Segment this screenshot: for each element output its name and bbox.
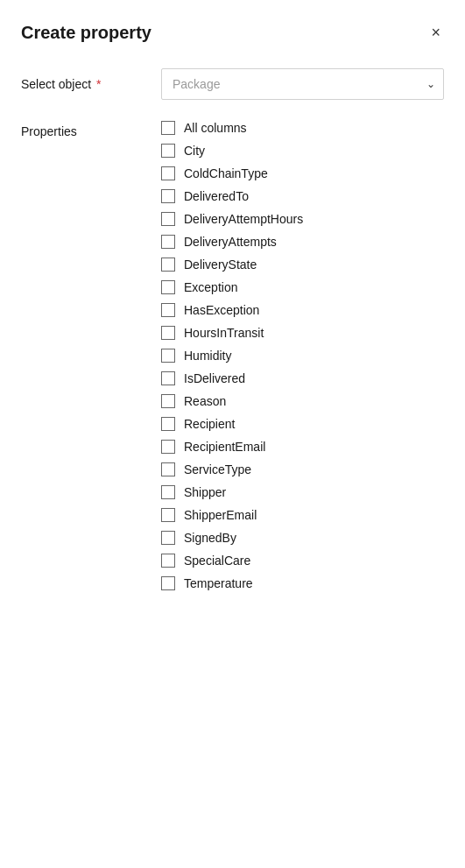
exception-label[interactable]: Exception [184,280,237,294]
sub-checkboxes: CityColdChainTypeDeliveredToDeliveryAtte… [161,142,444,592]
deliveredto-label[interactable]: DeliveredTo [184,189,249,203]
city-checkbox[interactable] [161,144,175,158]
coldchaintype-label[interactable]: ColdChainType [184,166,268,180]
all-columns-row: All columns [161,121,444,135]
hasexception-label[interactable]: HasException [184,303,259,317]
deliveryattempthours-checkbox[interactable] [161,212,175,226]
deliveredto-checkbox[interactable] [161,189,175,203]
list-item: IsDelivered [161,370,444,387]
all-columns-checkbox[interactable] [161,121,175,135]
deliverystate-checkbox[interactable] [161,258,175,272]
list-item: Reason [161,392,444,410]
list-item: ServiceType [161,461,444,478]
properties-row: Properties All columns CityColdChainType… [21,121,444,597]
shipper-label[interactable]: Shipper [184,485,226,499]
list-item: DeliveredTo [161,187,444,205]
shipperemail-checkbox[interactable] [161,508,175,522]
humidity-checkbox[interactable] [161,349,175,363]
list-item: DeliveryAttempts [161,233,444,251]
all-columns-label[interactable]: All columns [184,121,247,135]
isdelivered-label[interactable]: IsDelivered [184,371,245,385]
city-label[interactable]: City [184,144,205,158]
reason-label[interactable]: Reason [184,394,226,408]
exception-checkbox[interactable] [161,280,175,294]
select-object-wrapper: Package ⌄ [161,68,444,100]
list-item: HasException [161,301,444,319]
list-item: Exception [161,279,444,296]
list-item: DeliveryAttemptHours [161,210,444,228]
deliverystate-label[interactable]: DeliveryState [184,258,257,272]
signedby-checkbox[interactable] [161,531,175,545]
isdelivered-checkbox[interactable] [161,371,175,385]
deliveryattempthours-label[interactable]: DeliveryAttemptHours [184,212,303,226]
required-indicator: * [93,77,101,91]
list-item: SignedBy [161,529,444,547]
deliveryattempts-label[interactable]: DeliveryAttempts [184,235,277,249]
servicetype-label[interactable]: ServiceType [184,462,251,476]
recipientemail-checkbox[interactable] [161,440,175,454]
recipient-label[interactable]: Recipient [184,417,235,431]
recipientemail-label[interactable]: RecipientEmail [184,440,265,454]
list-item: Shipper [161,483,444,501]
list-item: ShipperEmail [161,506,444,524]
panel-header: Create property × [21,21,444,44]
temperature-checkbox[interactable] [161,576,175,590]
deliveryattempts-checkbox[interactable] [161,235,175,249]
humidity-label[interactable]: Humidity [184,349,231,363]
servicetype-checkbox[interactable] [161,462,175,476]
select-object-row: Select object * Package ⌄ [21,68,444,100]
properties-label: Properties [21,121,161,138]
properties-list: All columns CityColdChainTypeDeliveredTo… [161,121,444,597]
coldchaintype-checkbox[interactable] [161,166,175,180]
specialcare-checkbox[interactable] [161,554,175,568]
select-object-label: Select object * [21,68,161,91]
panel-title: Create property [21,23,151,43]
shipperemail-label[interactable]: ShipperEmail [184,508,257,522]
shipper-checkbox[interactable] [161,485,175,499]
signedby-label[interactable]: SignedBy [184,531,236,545]
list-item: Humidity [161,347,444,364]
recipient-checkbox[interactable] [161,417,175,431]
reason-checkbox[interactable] [161,394,175,408]
close-button[interactable]: × [427,21,444,44]
hoursintransit-checkbox[interactable] [161,326,175,340]
list-item: DeliveryState [161,256,444,273]
list-item: HoursInTransit [161,324,444,342]
select-object-input[interactable]: Package [161,68,444,100]
temperature-label[interactable]: Temperature [184,576,253,590]
list-item: Temperature [161,575,444,592]
hoursintransit-label[interactable]: HoursInTransit [184,326,264,340]
hasexception-checkbox[interactable] [161,303,175,317]
list-item: Recipient [161,415,444,433]
specialcare-label[interactable]: SpecialCare [184,554,250,568]
list-item: SpecialCare [161,552,444,569]
list-item: RecipientEmail [161,438,444,455]
list-item: ColdChainType [161,165,444,182]
list-item: City [161,142,444,159]
create-property-panel: Create property × Select object * Packag… [0,0,465,868]
